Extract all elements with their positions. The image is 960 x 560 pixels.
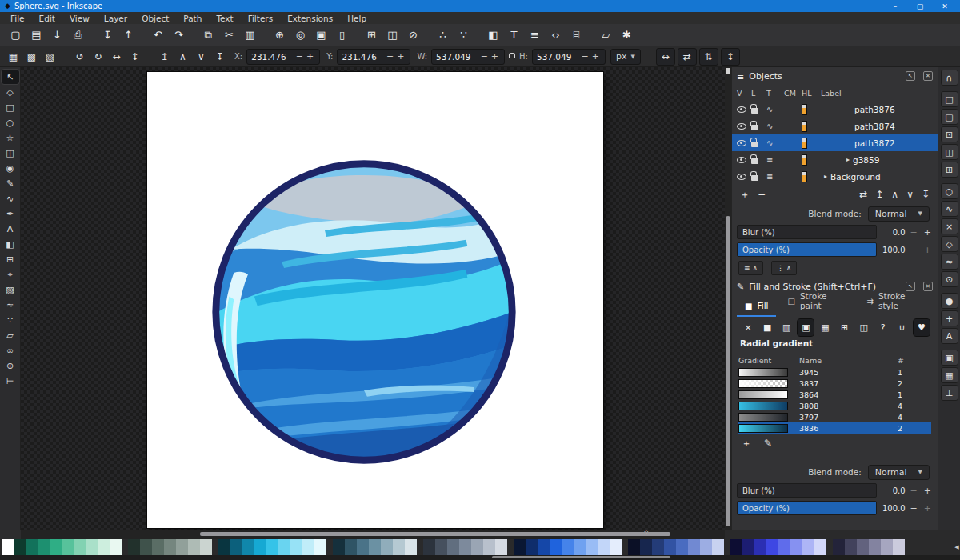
palette-swatch[interactable] [742,539,754,555]
duplicate-button[interactable]: ⊞ [362,26,381,44]
palette-swatch[interactable] [652,539,664,555]
object-row-g3859[interactable]: ≡▸g3859 [732,151,938,168]
palette-swatch[interactable] [483,539,495,555]
expand-arrow-icon[interactable]: ▸ [846,156,850,163]
h-field[interactable]: 537.049 − + [532,49,606,65]
snap-nodes-button[interactable]: ○ [941,183,958,199]
paint-pattern-button[interactable]: ▦ [817,319,833,336]
close-icon[interactable]: ✕ [923,71,933,81]
h-decrement[interactable]: − [580,51,590,62]
lower-to-bottom-button[interactable]: ↧ [211,49,228,65]
palette-swatch[interactable] [140,539,152,555]
blur-increment[interactable]: + [922,486,933,496]
calligraphy-tool[interactable]: ✒ [2,206,19,221]
flip-vertical-button[interactable]: ↕ [126,49,143,65]
palette-swatch[interactable] [845,539,857,555]
gradient-row-3836[interactable]: 38362 [738,422,931,434]
palette-swatch[interactable] [471,539,483,555]
snap-bbox-edge-midpoints-button[interactable]: ◫ [941,144,958,160]
raise-button[interactable]: ∧ [174,49,191,65]
snap-midpoints-button[interactable]: ⊙ [941,271,958,287]
palette-swatch[interactable] [550,539,562,555]
snap-guides-button[interactable]: ⊥ [941,385,958,401]
menu-file[interactable]: File [3,14,32,23]
snap-bbox-centers-button[interactable]: ⊞ [941,162,958,178]
move-gradients-toggle[interactable]: ⇅ [699,48,718,66]
x-increment[interactable]: + [305,51,315,62]
node-tool[interactable]: ◇ [2,85,19,99]
open-document-button[interactable]: ▤ [27,26,46,44]
redo-button[interactable]: ↷ [170,26,188,44]
visibility-toggle[interactable] [737,106,751,113]
snap-enabled-button[interactable]: ∩ [941,70,958,86]
opacity-decrement[interactable]: − [909,245,919,255]
create-clone-button[interactable]: ◫ [383,26,402,44]
layers-mode-chip[interactable]: ≡ ∧ [738,261,763,275]
snap-smooth-nodes-button[interactable]: ≈ [941,254,958,270]
object-row-path3874[interactable]: ∿path3874 [732,118,938,134]
page[interactable] [147,72,603,528]
palette-swatch[interactable] [2,539,14,555]
scale-stroke-toggle[interactable]: ↔ [656,48,675,66]
menu-text[interactable]: Text [209,14,240,23]
object-row-Background[interactable]: ≣▸Background [732,168,938,185]
pencil-tool[interactable]: ✎ [2,176,19,190]
layers-dialog-button[interactable]: ≡ [526,26,544,44]
palette-swatch[interactable] [14,539,26,555]
object-row-path3876[interactable]: ∿path3876 [732,101,938,118]
palette-scrollbar[interactable] [0,555,960,560]
lower-button[interactable]: ∨ [906,189,914,200]
raise-to-top-button[interactable]: ↥ [875,189,883,200]
horizontal-scrollbar-thumb[interactable] [200,532,670,536]
palette-swatch[interactable] [314,539,326,555]
blur-increment[interactable]: + [922,227,933,238]
palette-swatch[interactable] [495,539,507,555]
object-row-path3872[interactable]: ∿path3872 [732,134,938,151]
spiral-tool[interactable]: ◉ [2,161,19,175]
cut-button[interactable]: ✂ [220,26,238,44]
palette-swatch[interactable] [278,539,290,555]
copy-button[interactable]: ⧉ [199,26,218,44]
opacity-decrement[interactable]: − [909,503,919,514]
palette-swatch[interactable] [869,539,881,555]
tab-fill[interactable]: ■Fill [737,298,776,317]
preferences-button[interactable]: ✱ [618,26,636,44]
raise-button[interactable]: ∧ [891,189,898,200]
menu-object[interactable]: Object [134,14,176,23]
document-properties-button[interactable]: ▱ [597,26,615,44]
palette-swatch[interactable] [242,539,254,555]
select-all-button[interactable]: ▦ [5,49,22,65]
palette-swatch[interactable] [712,539,724,555]
palette-swatch[interactable] [393,539,405,555]
palette-swatch[interactable] [628,539,640,555]
paint-linear-gradient-button[interactable]: ▥ [778,319,794,336]
gradient-row-3837[interactable]: 38372 [738,378,931,389]
h-increment[interactable]: + [590,51,601,62]
palette-swatch[interactable] [700,539,712,555]
palette-swatch[interactable] [447,539,459,555]
text-dialog-button[interactable]: T [505,26,523,44]
snap-bounding-box-button[interactable]: □ [941,91,958,107]
palette-swatch[interactable] [598,539,610,555]
palette-swatch[interactable] [50,539,62,555]
box3d-tool[interactable]: ◫ [2,146,19,160]
connector-tool[interactable]: ∞ [2,343,19,358]
blur-decrement[interactable]: − [909,227,919,238]
remove-object-button[interactable]: − [758,189,766,200]
gradient-tool[interactable]: ◧ [2,237,19,251]
deselect-button[interactable]: ▧ [42,49,58,65]
raise-to-top-button[interactable]: ↥ [156,49,173,65]
blur-decrement[interactable]: − [909,486,919,496]
gradient-row-3808[interactable]: 38084 [738,400,931,411]
snap-page-border-button[interactable]: ▣ [941,350,958,366]
highlight-color-swatch[interactable] [802,154,821,166]
blur-slider[interactable]: Blur (%) [737,483,877,498]
resize-grip-icon[interactable]: ⁘ [643,528,650,536]
visibility-toggle[interactable] [737,174,751,180]
text-tool[interactable]: A [2,222,19,236]
rotate-cw-button[interactable]: ↻ [90,49,106,65]
snap-grids-button[interactable]: ▦ [941,367,958,383]
snap-cusp-nodes-button[interactable]: ◇ [941,236,958,252]
add-gradient-button[interactable]: ＋ [742,437,751,450]
palette-swatch[interactable] [345,539,357,555]
